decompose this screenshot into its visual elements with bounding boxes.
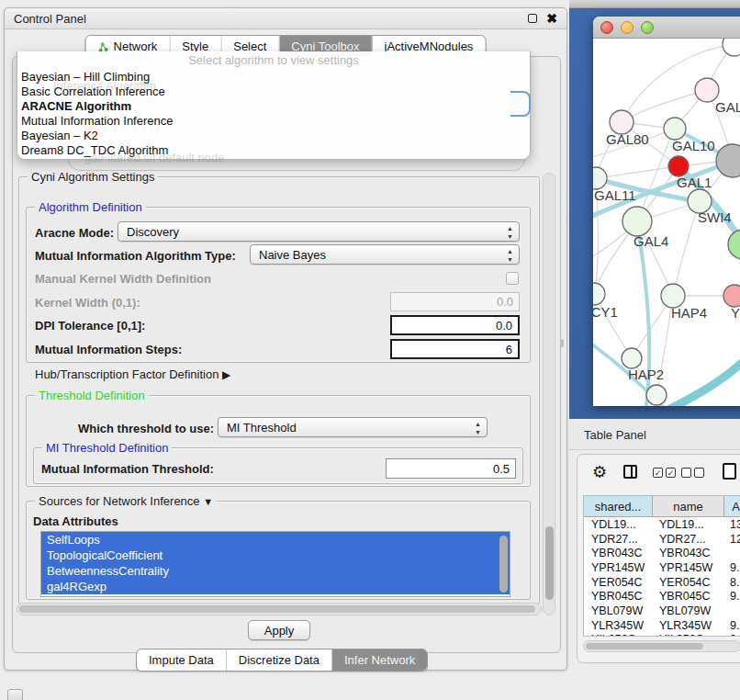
mi-threshold-input[interactable]: 0.5 — [386, 458, 516, 479]
data-attributes-label: Data Attributes — [33, 514, 118, 528]
table-cell[interactable]: YBR043C — [652, 547, 723, 559]
table-hscrollbar-track[interactable] — [583, 640, 740, 652]
network-node[interactable] — [622, 207, 652, 236]
focused-combo-fragment[interactable] — [510, 91, 531, 117]
table-cell[interactable]: YDR27... — [584, 533, 652, 546]
hub-definition-toggle[interactable]: Hub/Transcription Factor Definition ▶ — [35, 367, 230, 381]
table-cell[interactable]: YBR045C — [652, 590, 723, 603]
kernel-width-input[interactable]: 0.0 — [390, 292, 520, 311]
collapse-down-icon[interactable]: ▼ — [203, 496, 213, 507]
settings-hscrollbar-track[interactable] — [17, 603, 542, 615]
minimized-panel-button[interactable] — [7, 689, 23, 700]
table-row[interactable]: YBL079WYBL079W — [584, 604, 740, 618]
network-node[interactable] — [716, 144, 740, 177]
gear-icon[interactable]: ⚙ — [592, 462, 607, 482]
list-item[interactable]: BetweennessCentrality — [41, 563, 510, 579]
network-node[interactable] — [622, 348, 642, 368]
checked-checkbox-icon[interactable]: ✓ — [666, 468, 676, 478]
table-cell[interactable]: YDL19... — [652, 518, 723, 531]
network-node[interactable] — [723, 39, 740, 56]
zoom-traffic-light-icon[interactable] — [641, 21, 654, 34]
table-cell[interactable]: YPR145W — [652, 561, 723, 574]
table-row[interactable]: YBR045CYBR045C9. — [584, 589, 740, 604]
table-row[interactable]: YBR043CYBR043C — [584, 546, 740, 560]
network-node[interactable] — [728, 230, 740, 259]
columns-icon[interactable] — [623, 465, 637, 479]
new-table-icon[interactable] — [723, 463, 736, 480]
table-cell[interactable]: 9. — [723, 590, 740, 603]
float-window-icon[interactable] — [528, 14, 537, 23]
list-scrollbar-thumb[interactable] — [499, 536, 508, 593]
table-cell[interactable]: YLR345W — [652, 619, 723, 632]
tab-infer-network[interactable]: Infer Network — [332, 649, 427, 671]
table-hscrollbar-thumb[interactable] — [586, 643, 703, 649]
table-cell[interactable]: YIL052C — [584, 633, 652, 637]
unchecked-checkbox-icon[interactable] — [694, 468, 704, 478]
list-item[interactable]: gal4RGexp — [41, 579, 510, 594]
mi-type-select[interactable]: Naive Bayes ▲▼ — [250, 244, 520, 265]
table-cell[interactable]: YPR145W — [584, 561, 652, 574]
algorithm-option-selected[interactable]: ARACNE Algorithm — [17, 99, 530, 114]
tab-impute-data[interactable]: Impute Data — [137, 649, 227, 671]
table-cell[interactable]: 9 — [723, 633, 740, 637]
column-header-partial[interactable]: A — [724, 496, 740, 516]
manual-kernel-checkbox[interactable] — [506, 272, 519, 285]
close-traffic-light-icon[interactable] — [600, 21, 613, 34]
table-cell[interactable]: 9. — [723, 619, 740, 632]
table-cell[interactable]: YDR27... — [652, 533, 723, 546]
table-cell[interactable]: YER054C — [584, 576, 652, 589]
network-node[interactable] — [593, 167, 607, 189]
close-icon[interactable]: ✖ — [546, 11, 557, 26]
table-row[interactable]: YLR345WYLR345W9. — [584, 618, 740, 633]
list-item[interactable]: SelfLoops — [41, 532, 510, 548]
network-node[interactable] — [664, 118, 686, 140]
network-node-label: GAL11 — [594, 187, 636, 203]
checked-checkbox-icon[interactable]: ✓ — [653, 468, 663, 478]
network-node[interactable] — [646, 385, 667, 405]
table-cell[interactable]: 9. — [723, 561, 740, 574]
sources-title: Sources for Network Inference ▼ — [35, 494, 217, 508]
algorithm-option[interactable]: Mutual Information Inference — [17, 114, 530, 129]
network-canvas[interactable]: GALGAL80GAL10GAL1GAL11SWI4GAL4GCY1HAP4YH… — [593, 39, 740, 406]
table-cell[interactable]: 8. — [723, 576, 740, 589]
network-node[interactable] — [723, 285, 740, 307]
table-cell[interactable]: 12 — [723, 533, 740, 546]
table-cell[interactable]: 13 — [723, 518, 740, 531]
network-node-label: SWI4 — [698, 209, 732, 225]
tab-discretize-data[interactable]: Discretize Data — [227, 649, 332, 671]
table-cell[interactable]: YBL079W — [584, 604, 652, 617]
which-threshold-select[interactable]: MI Threshold ▲▼ — [218, 417, 488, 437]
table-cell[interactable]: YER054C — [652, 576, 723, 589]
mi-type-label: Mutual Information Algorithm Type: — [35, 249, 236, 263]
unchecked-checkbox-icon[interactable] — [681, 468, 691, 478]
panel-divider-handle[interactable] — [560, 339, 564, 347]
table-cell[interactable]: YBR043C — [584, 547, 652, 559]
column-header-name[interactable]: name — [653, 496, 724, 516]
dpi-tolerance-input[interactable]: 0.0 — [390, 315, 520, 335]
network-node[interactable] — [668, 156, 689, 176]
list-item[interactable]: TopologicalCoefficient — [41, 548, 510, 563]
table-row[interactable]: YER054CYER054C8. — [584, 575, 740, 590]
dpi-tolerance-label: DPI Tolerance [0,1]: — [35, 319, 145, 333]
table-row[interactable]: YIL052CYIL052C9 — [584, 633, 740, 638]
table-cell[interactable]: YIL052C — [652, 633, 723, 637]
minimize-traffic-light-icon[interactable] — [621, 21, 633, 34]
table-row[interactable]: YPR145WYPR145W9. — [584, 560, 740, 575]
network-node[interactable] — [593, 283, 605, 305]
network-node-label: HAP4 — [671, 305, 707, 321]
settings-hscrollbar-thumb[interactable] — [19, 605, 535, 613]
table-cell[interactable]: YDL19... — [584, 518, 652, 531]
apply-button[interactable]: Apply — [248, 620, 310, 640]
mi-steps-input[interactable]: 6 — [390, 339, 520, 359]
table-cell[interactable]: YLR345W — [584, 619, 652, 632]
algorithm-option[interactable]: Bayesian – K2 — [17, 129, 530, 143]
table-cell[interactable]: YBL079W — [652, 604, 723, 617]
network-node-label: HAP2 — [628, 367, 664, 382]
aracne-mode-select[interactable]: Discovery ▲▼ — [118, 221, 520, 242]
settings-vscrollbar-track[interactable] — [543, 173, 555, 615]
settings-vscrollbar-thumb[interactable] — [545, 526, 554, 600]
table-row[interactable]: YDL19...YDL19...13 — [584, 517, 740, 532]
column-header-shared-name[interactable]: shared... — [584, 496, 653, 516]
table-row[interactable]: YDR27...YDR27...12 — [584, 532, 740, 547]
table-cell[interactable]: YBR045C — [584, 590, 652, 603]
